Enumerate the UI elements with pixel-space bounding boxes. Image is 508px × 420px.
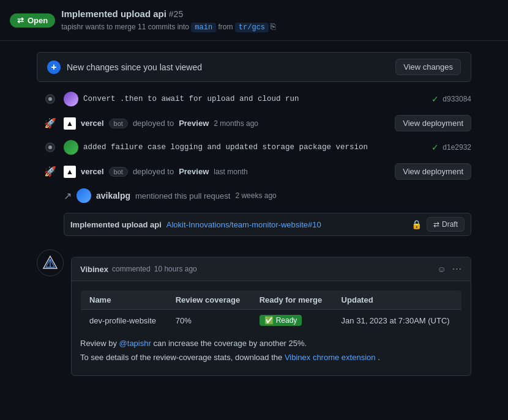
avatar-commit-1 bbox=[64, 92, 78, 106]
pr-number: #25 bbox=[169, 9, 183, 19]
table-header-ready: Ready for merge bbox=[251, 290, 333, 310]
view-changes-button[interactable]: View changes bbox=[395, 59, 461, 75]
deploy-time-2: last month bbox=[214, 168, 247, 176]
draft-icon: ⇄ bbox=[433, 220, 439, 229]
comment-body: Name Review coverage Ready for merge Upd… bbox=[72, 281, 471, 375]
draft-badge: ⇄ Draft bbox=[427, 217, 465, 232]
ready-badge: ✅ Ready bbox=[260, 315, 302, 326]
comment-author: Vibinex bbox=[80, 265, 108, 274]
table-header-updated: Updated bbox=[333, 290, 462, 310]
pr-subtitle: tapishr wants to merge 11 commits into m… bbox=[61, 21, 275, 32]
comment-box: Vibinex commented 10 hours ago ☺ ··· Nam… bbox=[71, 257, 471, 376]
cross-ref-action: mentioned this pull request bbox=[135, 191, 230, 201]
commit-hash-2[interactable]: d1e2932 bbox=[443, 143, 471, 152]
commit-row-2: added failure case logging and updated s… bbox=[37, 140, 471, 155]
check-icon-2: ✓ bbox=[431, 142, 439, 152]
table-cell-coverage: 70% bbox=[167, 310, 251, 331]
commit-message-1: Convert .then to await for upload and cl… bbox=[83, 95, 299, 103]
bot-badge-1: bot bbox=[109, 119, 128, 128]
commit-message-2: added failure case logging and updated s… bbox=[83, 143, 368, 152]
new-changes-text: New changes since you last viewed bbox=[67, 62, 202, 72]
branch-source[interactable]: tr/gcs bbox=[235, 23, 269, 32]
comment-header: Vibinex commented 10 hours ago ☺ ··· bbox=[72, 257, 471, 281]
comment-time: 10 hours ago bbox=[154, 265, 197, 273]
commit-hash-1[interactable]: d933084 bbox=[443, 95, 471, 103]
extension-link[interactable]: Vibinex chrome extension bbox=[285, 353, 376, 362]
mention-user: @tapishr bbox=[119, 339, 151, 348]
lock-icon: 🔒 bbox=[411, 219, 422, 229]
draft-label: Draft bbox=[442, 220, 458, 229]
pr-header: ⇄ Open Implemented upload api #25 tapish… bbox=[0, 0, 508, 41]
copy-icon[interactable]: ⎘ bbox=[271, 21, 275, 31]
avatar-commit-2 bbox=[64, 140, 78, 155]
table-row: dev-profile-website 70% ✅ Ready Jan 31, … bbox=[81, 310, 462, 331]
cross-ref-icon: ↗ bbox=[64, 190, 72, 202]
plus-icon: + bbox=[47, 61, 61, 74]
table-cell-updated: Jan 31, 2023 at 7:30AM (UTC) bbox=[333, 310, 462, 331]
cross-ref-time: 2 weeks ago bbox=[235, 191, 276, 200]
table-cell-ready: ✅ Ready bbox=[251, 310, 333, 331]
deployment-row-2: 🚀 ▲ vercel bot deployed to Preview last … bbox=[37, 163, 471, 180]
deploy-time-1: 2 months ago bbox=[214, 119, 258, 128]
table-cell-name: dev-profile-website bbox=[81, 310, 167, 331]
checkmark-icon: ✅ bbox=[264, 316, 274, 325]
vibinex-logo bbox=[37, 249, 64, 276]
view-deployment-button-2[interactable]: View deployment bbox=[395, 163, 471, 180]
git-icon: ⇄ bbox=[17, 16, 24, 25]
deployment-row-1: 🚀 ▲ vercel bot deployed to Preview 2 mon… bbox=[37, 115, 471, 131]
view-deployment-button-1[interactable]: View deployment bbox=[395, 115, 471, 131]
table-header-name: Name bbox=[81, 290, 167, 310]
cross-ref-repo[interactable]: Alokit-Innovations/team-monitor-website#… bbox=[166, 220, 321, 229]
bot-badge-2: bot bbox=[109, 167, 128, 177]
deploy-action-2: deployed to bbox=[133, 167, 174, 176]
open-badge: ⇄ Open bbox=[10, 13, 55, 28]
commit-row-1: Convert .then to await for upload and cl… bbox=[37, 92, 471, 106]
deploy-user-1[interactable]: vercel bbox=[81, 119, 104, 128]
table-header-coverage: Review coverage bbox=[167, 290, 251, 310]
cross-ref-title-bold: Implemented upload api bbox=[70, 220, 162, 229]
cross-ref-author[interactable]: avikalpg bbox=[96, 191, 130, 201]
vercel-logo-2: ▲ bbox=[64, 166, 76, 178]
pr-title: Implemented upload api bbox=[61, 9, 166, 19]
deploy-action-1: deployed to bbox=[133, 119, 174, 128]
deploy-user-2[interactable]: vercel bbox=[81, 167, 104, 176]
open-label: Open bbox=[28, 16, 48, 25]
review-note-2: To see details of the review-coverage st… bbox=[80, 353, 462, 362]
more-icon[interactable]: ··· bbox=[452, 263, 462, 274]
deploy-env-2: Preview bbox=[179, 167, 209, 176]
avatar-cross-ref bbox=[77, 188, 91, 203]
rocket-icon-2: 🚀 bbox=[44, 166, 56, 177]
new-changes-banner: + New changes since you last viewed View… bbox=[37, 52, 471, 82]
commit-dot-2 bbox=[45, 142, 55, 152]
commit-dot-1 bbox=[45, 94, 55, 104]
check-icon-1: ✓ bbox=[431, 94, 439, 104]
review-table: Name Review coverage Ready for merge Upd… bbox=[80, 290, 462, 331]
vercel-logo-1: ▲ bbox=[64, 117, 76, 130]
review-note-1: Review by @tapishr can increase the cove… bbox=[80, 339, 462, 348]
timeline: + New changes since you last viewed View… bbox=[0, 41, 508, 236]
comment-time-label: commented bbox=[112, 265, 151, 273]
branch-main[interactable]: main bbox=[191, 23, 216, 32]
cross-ref-title-box: Implemented upload api Alokit-Innovation… bbox=[64, 213, 471, 236]
cross-ref-row: ↗ avikalpg mentioned this pull request 2… bbox=[37, 188, 471, 236]
bottom-section: Vibinex commented 10 hours ago ☺ ··· Nam… bbox=[0, 245, 508, 382]
deploy-env-1: Preview bbox=[179, 119, 209, 128]
rocket-icon-1: 🚀 bbox=[44, 117, 56, 129]
emoji-icon[interactable]: ☺ bbox=[437, 264, 446, 274]
